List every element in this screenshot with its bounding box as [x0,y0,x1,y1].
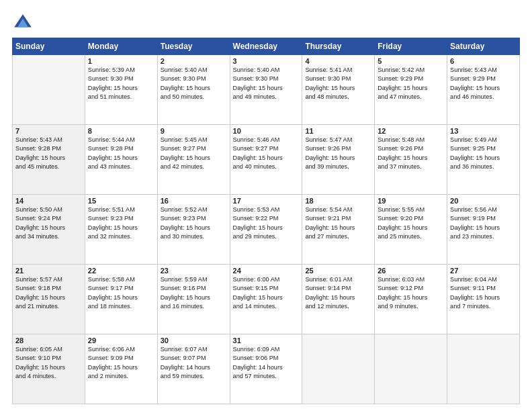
day-number: 31 [233,336,300,345]
day-info: Sunrise: 5:47 AM Sunset: 9:26 PM Dayligh… [305,136,371,171]
day-number: 30 [161,336,227,345]
day-number: 16 [161,197,227,205]
calendar-week-row: 28Sunrise: 6:05 AM Sunset: 9:10 PM Dayli… [13,334,520,404]
calendar-day-header: Friday [375,38,447,55]
calendar-cell: 2Sunrise: 5:40 AM Sunset: 9:30 PM Daylig… [157,55,230,125]
calendar-day-header: Monday [85,38,157,55]
day-info: Sunrise: 5:53 AM Sunset: 9:22 PM Dayligh… [233,205,300,241]
calendar-cell: 17Sunrise: 5:53 AM Sunset: 9:22 PM Dayli… [230,195,302,265]
calendar-cell: 26Sunrise: 6:03 AM Sunset: 9:12 PM Dayli… [375,265,447,334]
page: SundayMondayTuesdayWednesdayThursdayFrid… [0,0,532,411]
logo-icon [12,12,34,34]
day-info: Sunrise: 6:06 AM Sunset: 9:09 PM Dayligh… [88,345,154,381]
day-number: 28 [15,336,82,345]
calendar-cell: 10Sunrise: 5:46 AM Sunset: 9:27 PM Dayli… [230,125,302,195]
day-number: 26 [378,267,444,275]
calendar-cell: 31Sunrise: 6:09 AM Sunset: 9:06 PM Dayli… [230,334,302,404]
calendar-cell: 9Sunrise: 5:45 AM Sunset: 9:27 PM Daylig… [157,125,230,195]
calendar-day-header: Saturday [447,38,520,55]
day-number: 10 [233,127,300,135]
calendar-cell: 13Sunrise: 5:49 AM Sunset: 9:25 PM Dayli… [447,125,520,195]
day-number: 21 [15,267,82,275]
calendar-cell: 4Sunrise: 5:41 AM Sunset: 9:30 PM Daylig… [302,55,375,125]
calendar-week-row: 21Sunrise: 5:57 AM Sunset: 9:18 PM Dayli… [13,265,520,334]
day-info: Sunrise: 5:57 AM Sunset: 9:18 PM Dayligh… [15,275,82,311]
calendar-cell: 21Sunrise: 5:57 AM Sunset: 9:18 PM Dayli… [13,265,85,334]
calendar-cell: 8Sunrise: 5:44 AM Sunset: 9:28 PM Daylig… [85,125,157,195]
calendar-cell: 28Sunrise: 6:05 AM Sunset: 9:10 PM Dayli… [13,334,85,404]
day-number: 22 [88,267,154,275]
calendar-cell: 19Sunrise: 5:55 AM Sunset: 9:20 PM Dayli… [375,195,447,265]
day-info: Sunrise: 5:55 AM Sunset: 9:20 PM Dayligh… [378,205,444,241]
calendar-week-row: 1Sunrise: 5:39 AM Sunset: 9:30 PM Daylig… [13,55,520,125]
day-info: Sunrise: 5:40 AM Sunset: 9:30 PM Dayligh… [233,66,300,101]
calendar-cell: 1Sunrise: 5:39 AM Sunset: 9:30 PM Daylig… [85,55,157,125]
day-number: 27 [450,267,517,275]
day-number: 6 [450,57,517,65]
day-info: Sunrise: 5:48 AM Sunset: 9:26 PM Dayligh… [378,136,444,171]
day-info: Sunrise: 5:52 AM Sunset: 9:23 PM Dayligh… [161,205,227,241]
day-info: Sunrise: 5:56 AM Sunset: 9:19 PM Dayligh… [450,205,517,241]
day-info: Sunrise: 5:41 AM Sunset: 9:30 PM Dayligh… [305,66,371,101]
day-info: Sunrise: 6:03 AM Sunset: 9:12 PM Dayligh… [378,275,444,311]
calendar-cell: 7Sunrise: 5:43 AM Sunset: 9:28 PM Daylig… [13,125,85,195]
calendar-cell: 29Sunrise: 6:06 AM Sunset: 9:09 PM Dayli… [85,334,157,404]
day-number: 7 [15,127,82,135]
calendar-week-row: 7Sunrise: 5:43 AM Sunset: 9:28 PM Daylig… [13,125,520,195]
calendar-cell: 22Sunrise: 5:58 AM Sunset: 9:17 PM Dayli… [85,265,157,334]
day-info: Sunrise: 5:40 AM Sunset: 9:30 PM Dayligh… [161,66,227,101]
day-number: 24 [233,267,300,275]
day-number: 12 [378,127,444,135]
calendar-cell: 6Sunrise: 5:43 AM Sunset: 9:29 PM Daylig… [447,55,520,125]
calendar-cell [447,334,520,404]
day-info: Sunrise: 6:00 AM Sunset: 9:15 PM Dayligh… [233,275,300,311]
day-number: 23 [161,267,227,275]
day-number: 5 [378,57,444,65]
day-number: 3 [233,57,300,65]
calendar-week-row: 14Sunrise: 5:50 AM Sunset: 9:24 PM Dayli… [13,195,520,265]
calendar-cell: 12Sunrise: 5:48 AM Sunset: 9:26 PM Dayli… [375,125,447,195]
calendar-cell: 20Sunrise: 5:56 AM Sunset: 9:19 PM Dayli… [447,195,520,265]
day-number: 11 [305,127,371,135]
day-info: Sunrise: 6:09 AM Sunset: 9:06 PM Dayligh… [233,345,300,381]
day-info: Sunrise: 5:46 AM Sunset: 9:27 PM Dayligh… [233,136,300,171]
calendar-cell: 5Sunrise: 5:42 AM Sunset: 9:29 PM Daylig… [375,55,447,125]
day-info: Sunrise: 5:54 AM Sunset: 9:21 PM Dayligh… [305,205,371,241]
calendar-day-header: Sunday [13,38,85,55]
calendar-cell: 11Sunrise: 5:47 AM Sunset: 9:26 PM Dayli… [302,125,375,195]
calendar-day-header: Thursday [302,38,375,55]
calendar-day-header: Tuesday [157,38,230,55]
day-info: Sunrise: 5:58 AM Sunset: 9:17 PM Dayligh… [88,275,154,311]
calendar-cell: 27Sunrise: 6:04 AM Sunset: 9:11 PM Dayli… [447,265,520,334]
day-info: Sunrise: 5:50 AM Sunset: 9:24 PM Dayligh… [15,205,82,241]
calendar-cell: 16Sunrise: 5:52 AM Sunset: 9:23 PM Dayli… [157,195,230,265]
calendar-cell: 24Sunrise: 6:00 AM Sunset: 9:15 PM Dayli… [230,265,302,334]
day-number: 29 [88,336,154,345]
day-info: Sunrise: 5:42 AM Sunset: 9:29 PM Dayligh… [378,66,444,101]
calendar-header-row: SundayMondayTuesdayWednesdayThursdayFrid… [13,38,520,55]
calendar-cell [375,334,447,404]
day-info: Sunrise: 5:51 AM Sunset: 9:23 PM Dayligh… [88,205,154,241]
day-number: 20 [450,197,517,205]
calendar-cell: 30Sunrise: 6:07 AM Sunset: 9:07 PM Dayli… [157,334,230,404]
calendar-table: SundayMondayTuesdayWednesdayThursdayFrid… [12,38,520,404]
day-info: Sunrise: 6:07 AM Sunset: 9:07 PM Dayligh… [161,345,227,381]
day-number: 9 [161,127,227,135]
day-info: Sunrise: 5:43 AM Sunset: 9:28 PM Dayligh… [15,136,82,171]
day-number: 14 [15,197,82,205]
day-number: 18 [305,197,371,205]
calendar-day-header: Wednesday [230,38,302,55]
day-info: Sunrise: 5:39 AM Sunset: 9:30 PM Dayligh… [88,66,154,101]
day-info: Sunrise: 6:04 AM Sunset: 9:11 PM Dayligh… [450,275,517,311]
day-info: Sunrise: 5:49 AM Sunset: 9:25 PM Dayligh… [450,136,517,171]
day-number: 15 [88,197,154,205]
calendar-cell: 14Sunrise: 5:50 AM Sunset: 9:24 PM Dayli… [13,195,85,265]
calendar-cell [13,55,85,125]
day-info: Sunrise: 5:44 AM Sunset: 9:28 PM Dayligh… [88,136,154,171]
header [12,12,520,34]
calendar-cell: 3Sunrise: 5:40 AM Sunset: 9:30 PM Daylig… [230,55,302,125]
day-number: 25 [305,267,371,275]
calendar-cell: 15Sunrise: 5:51 AM Sunset: 9:23 PM Dayli… [85,195,157,265]
day-info: Sunrise: 6:05 AM Sunset: 9:10 PM Dayligh… [15,345,82,381]
day-number: 4 [305,57,371,65]
